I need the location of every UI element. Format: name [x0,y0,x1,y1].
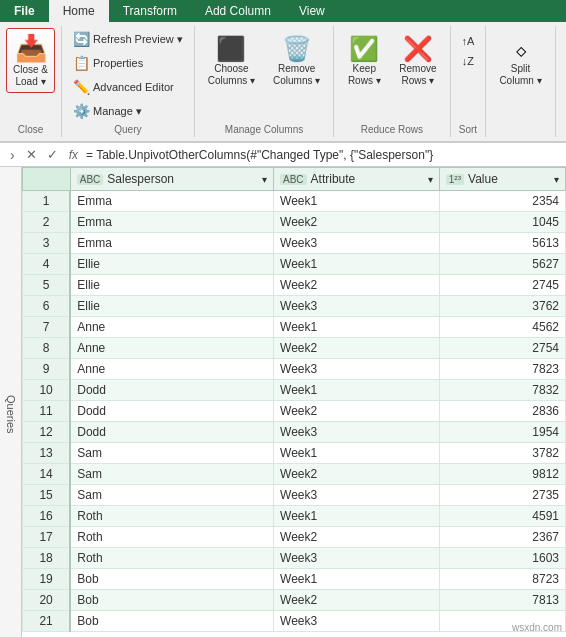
manage-columns-group-label: Manage Columns [225,122,303,135]
ribbon-group-reduce-rows: ✅ KeepRows ▾ ❌ RemoveRows ▾ Reduce Rows [334,26,450,137]
col-filter-attribute[interactable]: ▾ [428,174,433,185]
table-row[interactable]: 1EmmaWeek12354 [23,191,566,212]
sort-asc-icon: ↑A [462,35,475,47]
formula-confirm-btn[interactable]: ✓ [44,146,61,163]
table-row[interactable]: 14SamWeek29812 [23,464,566,485]
col-header-value[interactable]: 1²³ Value ▾ [439,168,565,191]
cell-value: 3762 [439,296,565,317]
cell-salesperson: Bob [70,569,273,590]
table-row[interactable]: 8AnneWeek22754 [23,338,566,359]
sort-asc-button[interactable]: ↑A [457,32,480,50]
table-row[interactable]: 5EllieWeek22745 [23,275,566,296]
queries-sidebar[interactable]: Queries [0,167,22,637]
row-number: 14 [23,464,71,485]
query-group-label: Query [114,122,141,135]
formula-cancel-btn[interactable]: ✕ [23,146,40,163]
cell-attribute: Week3 [274,611,440,632]
table-row[interactable]: 12DoddWeek31954 [23,422,566,443]
table-row[interactable]: 21BobWeek3 [23,611,566,632]
cell-attribute: Week2 [274,275,440,296]
formula-bar-expand-btn[interactable]: › [6,147,19,163]
table-row[interactable]: 20BobWeek27813 [23,590,566,611]
properties-icon: 📋 [73,55,90,71]
keep-rows-label: KeepRows ▾ [348,63,381,87]
fx-label: fx [69,148,78,162]
refresh-icon: 🔄 [73,31,90,47]
table-row[interactable]: 4EllieWeek15627 [23,254,566,275]
properties-button[interactable]: 📋 Properties [68,52,148,74]
cell-value: 2754 [439,338,565,359]
remove-rows-label: RemoveRows ▾ [399,63,436,87]
tab-file[interactable]: File [0,0,49,22]
table-row[interactable]: 17RothWeek22367 [23,527,566,548]
keep-rows-icon: ✅ [349,37,379,61]
cell-attribute: Week1 [274,569,440,590]
remove-rows-button[interactable]: ❌ RemoveRows ▾ [392,32,443,92]
cell-salesperson: Emma [70,233,273,254]
cell-value: 7823 [439,359,565,380]
tab-add-column[interactable]: Add Column [191,0,285,22]
split-column-button[interactable]: ⬦ SplitColumn ▾ [492,32,548,92]
cell-salesperson: Dodd [70,401,273,422]
ribbon: File Home Transform Add Column View 📥 Cl… [0,0,566,143]
table-row[interactable]: 2EmmaWeek21045 [23,212,566,233]
table-row[interactable]: 10DoddWeek17832 [23,380,566,401]
row-number: 18 [23,548,71,569]
table-row[interactable]: 15SamWeek32735 [23,485,566,506]
cell-salesperson: Emma [70,212,273,233]
cell-salesperson: Roth [70,506,273,527]
cell-attribute: Week1 [274,506,440,527]
reduce-rows-group-label: Reduce Rows [361,122,423,135]
table-header-row: ABC Salesperson ▾ ABC Attribute ▾ [23,168,566,191]
sort-desc-icon: ↓Z [462,55,474,67]
choose-columns-button[interactable]: ⬛ ChooseColumns ▾ [201,32,262,92]
row-number: 16 [23,506,71,527]
cell-value: 5627 [439,254,565,275]
col-filter-salesperson[interactable]: ▾ [262,174,267,185]
data-table: ABC Salesperson ▾ ABC Attribute ▾ [22,167,566,632]
remove-columns-button[interactable]: 🗑️ RemoveColumns ▾ [266,32,327,92]
advanced-editor-label: Advanced Editor [93,81,174,93]
table-row[interactable]: 16RothWeek14591 [23,506,566,527]
table-row[interactable]: 11DoddWeek22836 [23,401,566,422]
table-row[interactable]: 7AnneWeek14562 [23,317,566,338]
ribbon-tabs: File Home Transform Add Column View [0,0,566,22]
row-number: 20 [23,590,71,611]
refresh-preview-button[interactable]: 🔄 Refresh Preview ▾ [68,28,188,50]
tab-home[interactable]: Home [49,0,109,22]
advanced-editor-button[interactable]: ✏️ Advanced Editor [68,76,179,98]
row-number: 7 [23,317,71,338]
col-type-value: 1²³ [446,174,464,185]
cell-salesperson: Roth [70,527,273,548]
table-row[interactable]: 6EllieWeek33762 [23,296,566,317]
row-number: 21 [23,611,71,632]
close-load-label: Close &Load ▾ [13,64,48,88]
tab-transform[interactable]: Transform [109,0,191,22]
tab-view[interactable]: View [285,0,339,22]
sort-group-label: Sort [459,122,477,135]
col-header-attribute[interactable]: ABC Attribute ▾ [274,168,440,191]
row-number: 12 [23,422,71,443]
ribbon-group-split: ⬦ SplitColumn ▾ [486,26,555,137]
cell-value: 9812 [439,464,565,485]
cell-attribute: Week3 [274,548,440,569]
col-type-salesperson: ABC [77,174,104,185]
manage-button[interactable]: ⚙️ Manage ▾ [68,100,147,122]
table-row[interactable]: 18RothWeek31603 [23,548,566,569]
table-row[interactable]: 13SamWeek13782 [23,443,566,464]
close-load-button[interactable]: 📥 Close &Load ▾ [6,28,55,93]
cell-salesperson: Anne [70,338,273,359]
keep-rows-button[interactable]: ✅ KeepRows ▾ [340,32,388,92]
col-filter-value[interactable]: ▾ [554,174,559,185]
cell-attribute: Week2 [274,464,440,485]
row-number: 19 [23,569,71,590]
table-row[interactable]: 19BobWeek18723 [23,569,566,590]
ribbon-group-manage-columns: ⬛ ChooseColumns ▾ 🗑️ RemoveColumns ▾ Man… [195,26,335,137]
col-type-attribute: ABC [280,174,307,185]
table-row[interactable]: 9AnneWeek37823 [23,359,566,380]
sort-desc-button[interactable]: ↓Z [457,52,479,70]
cell-salesperson: Sam [70,464,273,485]
col-header-salesperson[interactable]: ABC Salesperson ▾ [70,168,273,191]
table-row[interactable]: 3EmmaWeek35613 [23,233,566,254]
cell-attribute: Week1 [274,191,440,212]
